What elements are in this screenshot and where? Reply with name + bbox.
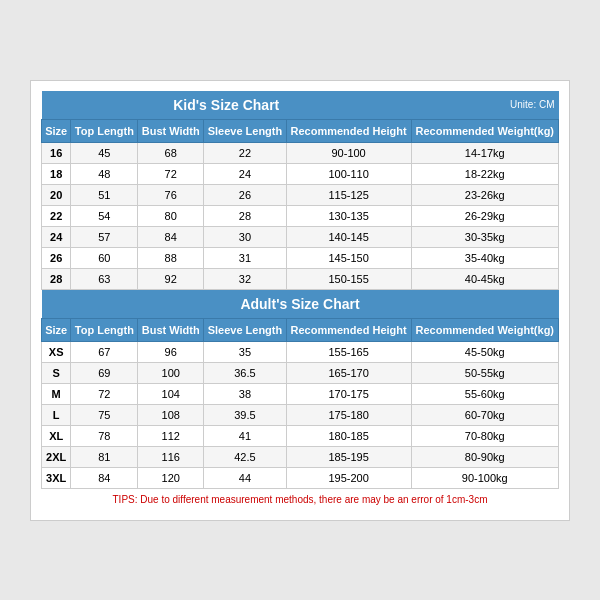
adults-row-xs: XS 67 96 35 155-165 45-50kg <box>42 341 559 362</box>
adults-row-xl: XL 78 112 41 180-185 70-80kg <box>42 425 559 446</box>
adults-height-3xl: 195-200 <box>286 467 411 488</box>
kids-bust-18: 72 <box>138 163 204 184</box>
kids-height-18: 100-110 <box>286 163 411 184</box>
adults-row-m: M 72 104 38 170-175 55-60kg <box>42 383 559 404</box>
kids-sleeve-16: 22 <box>204 142 287 163</box>
adults-bust-xl: 112 <box>138 425 204 446</box>
kids-top-22: 54 <box>71 205 138 226</box>
adults-weight-m: 55-60kg <box>411 383 559 404</box>
adults-top-3xl: 84 <box>71 467 138 488</box>
adults-top-s: 69 <box>71 362 138 383</box>
adults-col-weight: Recommended Weight(kg) <box>411 318 559 341</box>
kids-bust-20: 76 <box>138 184 204 205</box>
kids-sleeve-26: 31 <box>204 247 287 268</box>
adults-weight-l: 60-70kg <box>411 404 559 425</box>
kids-top-16: 45 <box>71 142 138 163</box>
kids-col-size: Size <box>42 119 71 142</box>
adults-row-s: S 69 100 36.5 165-170 50-55kg <box>42 362 559 383</box>
adults-row-2xl: 2XL 81 116 42.5 185-195 80-90kg <box>42 446 559 467</box>
kids-height-24: 140-145 <box>286 226 411 247</box>
adults-top-l: 75 <box>71 404 138 425</box>
adults-col-header: Size Top Length Bust Width Sleeve Length… <box>42 318 559 341</box>
adults-bust-m: 104 <box>138 383 204 404</box>
adults-top-2xl: 81 <box>71 446 138 467</box>
kids-size-16: 16 <box>42 142 71 163</box>
kids-row-18: 18 48 72 24 100-110 18-22kg <box>42 163 559 184</box>
adults-weight-2xl: 80-90kg <box>411 446 559 467</box>
adults-sleeve-s: 36.5 <box>204 362 287 383</box>
adults-height-m: 170-175 <box>286 383 411 404</box>
kids-bust-16: 68 <box>138 142 204 163</box>
kids-col-bust-width: Bust Width <box>138 119 204 142</box>
adults-title: Adult's Size Chart <box>42 289 559 318</box>
adults-height-s: 165-170 <box>286 362 411 383</box>
kids-col-header: Size Top Length Bust Width Sleeve Length… <box>42 119 559 142</box>
adults-bust-2xl: 116 <box>138 446 204 467</box>
size-chart-table: Kid's Size Chart Unite: CM Size Top Leng… <box>41 91 559 510</box>
adults-col-top-length: Top Length <box>71 318 138 341</box>
adults-col-sleeve-length: Sleeve Length <box>204 318 287 341</box>
adults-height-2xl: 185-195 <box>286 446 411 467</box>
adults-col-size: Size <box>42 318 71 341</box>
kids-weight-18: 18-22kg <box>411 163 559 184</box>
kids-bust-28: 92 <box>138 268 204 289</box>
kids-row-20: 20 51 76 26 115-125 23-26kg <box>42 184 559 205</box>
kids-weight-24: 30-35kg <box>411 226 559 247</box>
adults-sleeve-3xl: 44 <box>204 467 287 488</box>
kids-bust-24: 84 <box>138 226 204 247</box>
adults-row-3xl: 3XL 84 120 44 195-200 90-100kg <box>42 467 559 488</box>
kids-col-top-length: Top Length <box>71 119 138 142</box>
kids-sleeve-28: 32 <box>204 268 287 289</box>
adults-section-header: Adult's Size Chart <box>42 289 559 318</box>
adults-col-bust-width: Bust Width <box>138 318 204 341</box>
kids-size-20: 20 <box>42 184 71 205</box>
kids-top-28: 63 <box>71 268 138 289</box>
kids-bust-22: 80 <box>138 205 204 226</box>
adults-weight-xs: 45-50kg <box>411 341 559 362</box>
kids-title: Kid's Size Chart <box>42 91 412 120</box>
adults-bust-s: 100 <box>138 362 204 383</box>
kids-size-22: 22 <box>42 205 71 226</box>
adults-row-l: L 75 108 39.5 175-180 60-70kg <box>42 404 559 425</box>
adults-sleeve-2xl: 42.5 <box>204 446 287 467</box>
chart-container: Kid's Size Chart Unite: CM Size Top Leng… <box>30 80 570 521</box>
kids-top-20: 51 <box>71 184 138 205</box>
kids-col-sleeve-length: Sleeve Length <box>204 119 287 142</box>
tips-text: TIPS: Due to different measurement metho… <box>42 488 559 510</box>
kids-row-16: 16 45 68 22 90-100 14-17kg <box>42 142 559 163</box>
kids-height-20: 115-125 <box>286 184 411 205</box>
adults-size-xs: XS <box>42 341 71 362</box>
adults-height-l: 175-180 <box>286 404 411 425</box>
kids-weight-22: 26-29kg <box>411 205 559 226</box>
kids-row-24: 24 57 84 30 140-145 30-35kg <box>42 226 559 247</box>
adults-sleeve-l: 39.5 <box>204 404 287 425</box>
kids-height-28: 150-155 <box>286 268 411 289</box>
adults-height-xl: 180-185 <box>286 425 411 446</box>
kids-section-header: Kid's Size Chart Unite: CM <box>42 91 559 120</box>
kids-size-28: 28 <box>42 268 71 289</box>
kids-weight-26: 35-40kg <box>411 247 559 268</box>
kids-weight-28: 40-45kg <box>411 268 559 289</box>
kids-size-24: 24 <box>42 226 71 247</box>
kids-sleeve-18: 24 <box>204 163 287 184</box>
adults-bust-3xl: 120 <box>138 467 204 488</box>
kids-top-18: 48 <box>71 163 138 184</box>
adults-size-s: S <box>42 362 71 383</box>
adults-bust-xs: 96 <box>138 341 204 362</box>
adults-top-xs: 67 <box>71 341 138 362</box>
adults-sleeve-m: 38 <box>204 383 287 404</box>
adults-size-m: M <box>42 383 71 404</box>
adults-size-xl: XL <box>42 425 71 446</box>
adults-bust-l: 108 <box>138 404 204 425</box>
kids-row-22: 22 54 80 28 130-135 26-29kg <box>42 205 559 226</box>
adults-top-m: 72 <box>71 383 138 404</box>
kids-col-height: Recommended Height <box>286 119 411 142</box>
kids-size-18: 18 <box>42 163 71 184</box>
adults-sleeve-xs: 35 <box>204 341 287 362</box>
kids-col-weight: Recommended Weight(kg) <box>411 119 559 142</box>
adults-weight-3xl: 90-100kg <box>411 467 559 488</box>
adults-weight-xl: 70-80kg <box>411 425 559 446</box>
kids-weight-16: 14-17kg <box>411 142 559 163</box>
adults-size-3xl: 3XL <box>42 467 71 488</box>
kids-sleeve-20: 26 <box>204 184 287 205</box>
